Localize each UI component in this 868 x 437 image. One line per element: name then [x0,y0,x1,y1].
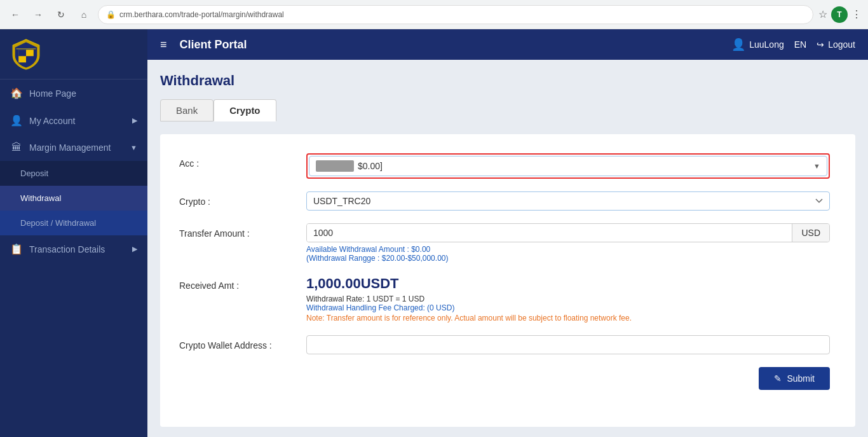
home-button[interactable]: ⌂ [75,6,93,24]
received-amt-control-wrap: 1,000.00USDT Withdrawal Rate: 1 USDT = 1… [306,275,830,323]
tab-bank[interactable]: Bank [160,99,214,121]
user-icon: 👤 [10,114,23,127]
submit-label: Submit [787,373,815,384]
browser-actions: ☆ T ⋮ [818,6,862,23]
tab-crypto[interactable]: Crypto [214,99,276,121]
back-button[interactable]: ← [6,6,24,24]
sidebar-deposit-label: Deposit [20,169,48,178]
lock-icon: 🔒 [106,10,116,19]
submit-icon: ✎ [774,373,782,384]
forward-button[interactable]: → [29,6,47,24]
logout-label: Logout [828,39,855,50]
header-logout[interactable]: ↪ Logout [817,39,855,50]
transfer-amount-input[interactable] [307,224,792,242]
home-icon: 🏠 [10,87,23,99]
received-amt-label: Received Amt : [179,275,294,291]
header-user-icon: 👤 [731,38,745,52]
sidebar-logo [0,29,147,80]
sidebar-submenu: Deposit Withdrawal Deposit / Withdrawal [0,161,147,235]
available-amount-text: Available Withdrawal Amount : $0.00 [306,245,830,254]
acc-select-wrapper: $0.00] ▼ [306,153,830,179]
main-content: Withdrawal Bank Crypto Acc : $0.00] [147,60,868,437]
margin-chevron-icon: ▼ [130,144,137,151]
portal-title: Client Portal [180,38,722,52]
transaction-icon: 📋 [10,243,23,255]
header-user[interactable]: 👤 LuuLong [731,38,784,52]
withdrawal-range-text: (Withdrawal Rangge : $20.00-$50,000.00) [306,254,830,263]
submit-button[interactable]: ✎ Submit [759,367,830,390]
browser-chrome: ← → ↻ ⌂ 🔒 crm.berthara.com/trade-portal/… [0,0,868,29]
logout-icon: ↪ [817,39,824,50]
wallet-input[interactable] [306,335,830,354]
transfer-unit: USD [792,224,829,242]
transfer-amount-row: Transfer Amount : USD Available Withdraw… [179,223,830,263]
sidebar-my-account-label: My Account [29,116,75,126]
crypto-label: Crypto : [179,191,294,207]
acc-chevron-icon: ▼ [813,162,820,170]
tabs-container: Bank Crypto [160,99,855,121]
transaction-chevron-icon: ▶ [132,245,137,253]
hamburger-icon[interactable]: ≡ [160,38,167,52]
bookmark-button[interactable]: ☆ [818,8,827,20]
wallet-control-wrap [306,335,830,354]
sidebar-item-my-account[interactable]: 👤 My Account ▶ [0,107,147,134]
received-amount-value: 1,000.00USDT [306,275,830,292]
header-lang[interactable]: EN [794,39,806,50]
acc-label: Acc : [179,153,294,169]
header-username: LuuLong [749,39,784,50]
acc-control-wrap: $0.00] ▼ [306,153,830,179]
acc-amount-text: $0.00] [358,161,383,171]
transfer-input-group: USD [306,223,830,242]
received-amt-row: Received Amt : 1,000.00USDT Withdrawal R… [179,275,830,323]
reload-button[interactable]: ↻ [52,6,70,24]
note-info: Note: Transfer amount is for reference o… [306,314,830,323]
sidebar-item-home[interactable]: 🏠 Home Page [0,80,147,107]
url-text: crm.berthara.com/trade-portal/margin/wit… [119,10,284,19]
form-card: Acc : $0.00] ▼ Crypto : [160,134,855,427]
svg-rect-3 [26,50,34,56]
my-account-chevron-icon: ▶ [132,116,137,125]
crypto-control-wrap: USDT_TRC20 BTC ETH [306,191,830,211]
sidebar-withdrawal-label: Withdrawal [20,193,61,203]
margin-icon: 🏛 [10,142,23,153]
sidebar: 🏠 Home Page 👤 My Account ▶ 🏛 Margin Mana… [0,29,147,437]
sidebar-transaction-label: Transaction Details [29,244,105,254]
crypto-select[interactable]: USDT_TRC20 BTC ETH [306,191,830,211]
svg-rect-2 [18,50,26,56]
sidebar-home-label: Home Page [29,88,76,99]
wallet-label: Crypto Wallet Address : [179,335,294,350]
acc-select[interactable]: $0.00] ▼ [309,156,827,176]
sidebar-item-margin-management[interactable]: 🏛 Margin Management ▼ [0,134,147,161]
acc-grey-placeholder [316,160,354,172]
sidebar-item-deposit-withdrawal[interactable]: Deposit / Withdrawal [0,211,147,235]
sidebar-dep-with-label: Deposit / Withdrawal [20,218,96,228]
address-bar[interactable]: 🔒 crm.berthara.com/trade-portal/margin/w… [98,5,813,24]
page-title: Withdrawal [160,73,855,89]
top-header: ≡ Client Portal 👤 LuuLong EN ↪ Logout [147,29,868,60]
transfer-amount-label: Transfer Amount : [179,223,294,239]
layout-wrapper: ≡ Client Portal 👤 LuuLong EN ↪ Logout Wi… [147,29,868,437]
availability-info: Available Withdrawal Amount : $0.00 (Wit… [306,245,830,263]
browser-profile[interactable]: T [831,6,848,23]
rate-info: Withdrawal Rate: 1 USDT = 1 USD [306,295,830,303]
crypto-row: Crypto : USDT_TRC20 BTC ETH [179,191,830,211]
app-container: 🏠 Home Page 👤 My Account ▶ 🏛 Margin Mana… [0,29,868,437]
acc-row: Acc : $0.00] ▼ [179,153,830,179]
fee-info: Withdrawal Handling Fee Charged: (0 USD) [306,303,830,312]
logo-shield-icon [10,38,42,70]
sidebar-item-withdrawal[interactable]: Withdrawal [0,186,147,211]
sidebar-navigation: 🏠 Home Page 👤 My Account ▶ 🏛 Margin Mana… [0,80,147,437]
header-right: 👤 LuuLong EN ↪ Logout [731,38,855,52]
sidebar-margin-label: Margin Management [29,142,111,153]
browser-menu-button[interactable]: ⋮ [851,8,862,20]
sidebar-item-deposit[interactable]: Deposit [0,161,147,186]
wallet-row: Crypto Wallet Address : [179,335,830,354]
transfer-amount-control-wrap: USD Available Withdrawal Amount : $0.00 … [306,223,830,263]
sidebar-item-transaction-details[interactable]: 📋 Transaction Details ▶ [0,235,147,263]
submit-row: ✎ Submit [179,367,830,390]
